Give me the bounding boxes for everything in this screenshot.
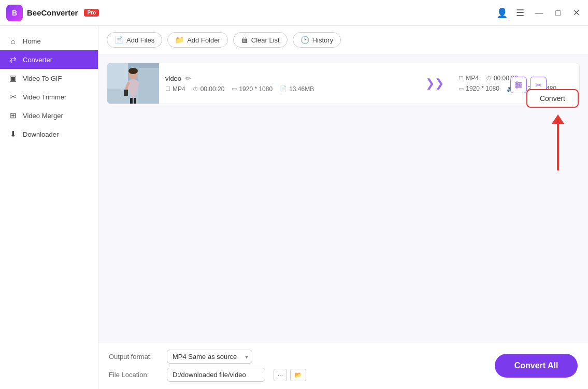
content-area: 📄 Add Files 📁 Add Folder 🗑 Clear List 🕐 … <box>98 26 588 389</box>
convert-arrow: ❯❯ <box>417 77 452 90</box>
svg-point-12 <box>516 82 518 84</box>
sidebar-item-label: Video Merger <box>23 112 63 120</box>
input-size: 📄 13.46MB <box>280 85 314 93</box>
file-location-label: File Location: <box>109 371 161 379</box>
size-icon: 📄 <box>280 85 287 92</box>
output-format-select[interactable]: MP4 Same as source <box>167 350 252 364</box>
input-resolution: ▭ 1920 * 1080 <box>232 85 273 93</box>
app-name: BeeConverter <box>27 8 78 17</box>
pro-badge: Pro <box>84 9 99 17</box>
video-gif-icon: ▣ <box>8 74 18 83</box>
output-format-label: Output format: <box>109 353 161 361</box>
trimmer-icon: ✂ <box>8 92 18 102</box>
downloader-icon: ⬇ <box>8 129 18 139</box>
output-format: ☐ MP4 <box>458 75 479 82</box>
svg-rect-2 <box>107 63 128 89</box>
history-icon: 🕐 <box>300 36 309 44</box>
svg-point-14 <box>516 86 518 88</box>
sidebar-item-converter[interactable]: ⇄ Converter <box>0 50 98 69</box>
menu-icon[interactable]: ☰ <box>516 7 524 19</box>
sidebar-item-label: Home <box>23 37 41 45</box>
output-resolution: ▭ 1920 * 1080 <box>458 85 499 92</box>
location-folder-button[interactable]: 📂 <box>290 369 306 381</box>
sidebar-item-video-to-gif[interactable]: ▣ Video To GIF <box>0 69 98 88</box>
close-button[interactable]: ✕ <box>571 7 582 19</box>
sidebar-item-label: Downloader <box>23 131 59 138</box>
file-card: video ✏ ☐ MP4 ⏱ 00:00:20 ▭ <box>107 63 580 104</box>
maximize-button[interactable]: □ <box>553 7 563 19</box>
sidebar-item-home[interactable]: ⌂ Home <box>0 32 98 50</box>
clear-list-button[interactable]: 🗑 Clear List <box>233 32 288 48</box>
sidebar-item-label: Converter <box>23 56 52 64</box>
red-arrow-container <box>107 114 580 170</box>
svg-rect-6 <box>124 90 128 96</box>
file-location-input[interactable] <box>167 368 265 382</box>
file-list-area: video ✏ ☐ MP4 ⏱ 00:00:20 ▭ <box>98 54 588 342</box>
svg-point-13 <box>519 84 521 86</box>
duration-icon: ⏱ <box>193 86 198 92</box>
merger-icon: ⊞ <box>8 111 18 120</box>
app-logo: B <box>6 5 23 21</box>
file-meta: ☐ MP4 ⏱ 00:00:20 ▭ 1920 * 1080 📄 <box>165 85 411 93</box>
titlebar-right: 👤 ☰ — □ ✕ <box>496 7 582 19</box>
convert-button[interactable]: Convert <box>526 89 579 104</box>
add-files-button[interactable]: 📄 Add Files <box>107 32 162 48</box>
sidebar-item-video-trimmer[interactable]: ✂ Video Trimmer <box>0 88 98 106</box>
location-dots-button[interactable]: ··· <box>274 369 287 381</box>
out-format-icon: ☐ <box>458 75 464 82</box>
home-icon: ⌂ <box>8 37 18 46</box>
user-icon[interactable]: 👤 <box>496 7 508 19</box>
titlebar: B BeeConverter Pro 👤 ☰ — □ ✕ <box>0 0 588 26</box>
input-format: ☐ MP4 <box>165 85 185 93</box>
toolbar: 📄 Add Files 📁 Add Folder 🗑 Clear List 🕐 … <box>98 26 588 54</box>
file-info: video ✏ ☐ MP4 ⏱ 00:00:20 ▭ <box>159 70 417 97</box>
output-format-select-wrapper: MP4 Same as source <box>167 350 252 364</box>
red-arrow <box>552 114 564 170</box>
history-button[interactable]: 🕐 History <box>293 32 341 48</box>
out-res-icon: ▭ <box>458 85 464 92</box>
edit-icon[interactable]: ✏ <box>185 75 191 82</box>
input-duration: ⏱ 00:00:20 <box>193 85 225 93</box>
titlebar-left: B BeeConverter Pro <box>6 5 99 21</box>
file-thumbnail <box>107 63 159 104</box>
sidebar-item-video-merger[interactable]: ⊞ Video Merger <box>0 106 98 125</box>
bottom-left: Output format: MP4 Same as source File L… <box>109 350 306 382</box>
minimize-button[interactable]: — <box>533 7 545 19</box>
sidebar-item-label: Video Trimmer <box>23 93 66 101</box>
location-btns: ··· 📂 <box>274 369 306 381</box>
settings-icon-button[interactable] <box>510 77 527 93</box>
resolution-icon: ▭ <box>232 85 237 92</box>
svg-rect-3 <box>138 68 159 104</box>
converter-icon: ⇄ <box>8 55 18 64</box>
file-name: video <box>165 75 181 82</box>
convert-all-button[interactable]: Convert All <box>495 354 578 378</box>
main-layout: ⌂ Home ⇄ Converter ▣ Video To GIF ✂ Vide… <box>0 26 588 389</box>
clear-list-icon: 🗑 <box>241 36 248 44</box>
out-duration-icon: ⏱ <box>486 75 492 81</box>
sidebar-item-label: Video To GIF <box>23 75 62 82</box>
svg-rect-8 <box>134 98 136 104</box>
svg-rect-7 <box>130 98 133 104</box>
format-icon: ☐ <box>165 85 170 92</box>
add-folder-button[interactable]: 📁 Add Folder <box>167 32 228 48</box>
output-format-row: Output format: MP4 Same as source <box>109 350 306 364</box>
bottom-bar: Output format: MP4 Same as source File L… <box>98 342 588 389</box>
sidebar: ⌂ Home ⇄ Converter ▣ Video To GIF ✂ Vide… <box>0 26 98 389</box>
sidebar-item-downloader[interactable]: ⬇ Downloader <box>0 125 98 143</box>
add-files-icon: 📄 <box>114 36 123 44</box>
add-folder-icon: 📁 <box>175 36 184 44</box>
file-location-row: File Location: ··· 📂 <box>109 368 306 382</box>
svg-point-5 <box>128 68 138 74</box>
